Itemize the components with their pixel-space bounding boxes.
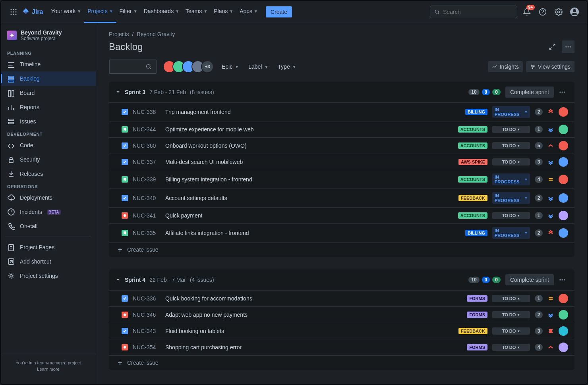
status-dropdown[interactable]: IN PROGRESS ▼ <box>492 227 530 239</box>
assignee-avatar[interactable] <box>559 141 568 150</box>
issue-row[interactable]: NUC-338 Trip management frontend BILLING… <box>109 102 574 121</box>
assignee-avatar[interactable] <box>559 343 568 352</box>
learn-more-link[interactable]: Learn more <box>7 367 89 372</box>
issue-row[interactable]: NUC-336 Quick booking for accommodations… <box>109 290 574 306</box>
sidebar-item-issues[interactable]: Issues <box>1 114 96 129</box>
issue-key[interactable]: NUC-344 <box>133 126 161 133</box>
nav-filter[interactable]: Filter ▼ <box>116 1 141 23</box>
issue-row[interactable]: NUC-354 Shopping cart purchasing error F… <box>109 339 574 355</box>
epic-badge[interactable]: ACCOUNTS <box>458 126 487 133</box>
status-dropdown[interactable]: TO DO ▼ <box>492 327 530 335</box>
issue-key[interactable]: NUC-340 <box>133 195 161 201</box>
assignee-avatar[interactable] <box>559 157 568 167</box>
status-dropdown[interactable]: IN PROGRESS ▼ <box>492 106 530 118</box>
view-settings-button[interactable]: View settings <box>526 61 574 72</box>
status-dropdown[interactable]: TO DO ▼ <box>492 295 530 302</box>
epic-badge[interactable]: FEEDBACK <box>458 328 487 334</box>
issue-row[interactable]: NUC-346 Adapt web app no new payments FO… <box>109 306 574 323</box>
sidebar-item-incidents[interactable]: IncidentsBETA <box>1 205 96 219</box>
assignee-avatar[interactable] <box>559 175 568 184</box>
status-dropdown[interactable]: TO DO ▼ <box>492 126 530 133</box>
issue-key[interactable]: NUC-338 <box>133 109 161 115</box>
sidebar-item-backlog[interactable]: Backlog <box>1 71 96 86</box>
complete-sprint-button[interactable]: Complete sprint <box>505 274 554 285</box>
sidebar-item-add-shortcut[interactable]: Add shortcut <box>1 254 96 269</box>
jira-logo[interactable]: Jira <box>21 8 43 16</box>
label-filter[interactable]: Label▼ <box>247 61 270 72</box>
issue-row[interactable]: NUC-341 Quick payment ACCOUNTS TO DO ▼ 1 <box>109 207 574 223</box>
settings-button[interactable] <box>552 6 565 18</box>
epic-badge[interactable]: BILLING <box>465 230 487 236</box>
fullscreen-button[interactable] <box>546 40 559 53</box>
complete-sprint-button[interactable]: Complete sprint <box>505 87 554 98</box>
sidebar-item-code[interactable]: Code <box>1 138 96 152</box>
issue-key[interactable]: NUC-339 <box>133 176 161 183</box>
nav-apps[interactable]: Apps ▼ <box>236 1 261 23</box>
epic-badge[interactable]: FEEDBACK <box>458 195 487 201</box>
issue-row[interactable]: NUC-339 Billing system integration - fro… <box>109 170 574 189</box>
issue-row[interactable]: NUC-344 Optimize experience for mobile w… <box>109 121 574 137</box>
profile-button[interactable] <box>568 6 581 18</box>
nav-plans[interactable]: Plans ▼ <box>211 1 236 23</box>
type-filter[interactable]: Type▼ <box>276 61 298 72</box>
status-dropdown[interactable]: TO DO ▼ <box>492 142 530 149</box>
sprint-more-button[interactable] <box>556 87 568 97</box>
assignee-avatar[interactable] <box>559 228 568 238</box>
sidebar-item-on-call[interactable]: On-call <box>1 219 96 233</box>
issue-row[interactable]: NUC-343 Fluid booking on tablets FEEDBAC… <box>109 323 574 339</box>
issue-key[interactable]: NUC-341 <box>133 212 161 219</box>
issue-key[interactable]: NUC-354 <box>133 344 161 350</box>
status-dropdown[interactable]: TO DO ▼ <box>492 344 530 351</box>
epic-badge[interactable]: ACCOUNTS <box>458 176 487 183</box>
status-dropdown[interactable]: TO DO ▼ <box>492 158 530 166</box>
backlog-search[interactable] <box>109 60 157 74</box>
create-issue-button[interactable]: Create issue <box>109 355 574 370</box>
nav-teams[interactable]: Teams ▼ <box>182 1 211 23</box>
epic-badge[interactable]: AWS SPIKE <box>458 159 487 165</box>
status-dropdown[interactable]: TO DO ▼ <box>492 212 530 219</box>
sidebar-item-deployments[interactable]: Deployments <box>1 191 96 205</box>
issue-row[interactable]: NUC-335 Affiliate links integration - fr… <box>109 223 574 242</box>
status-dropdown[interactable]: IN PROGRESS ▼ <box>492 192 530 204</box>
sidebar-item-releases[interactable]: Releases <box>1 167 96 181</box>
sidebar-item-security[interactable]: Security <box>1 152 96 167</box>
status-dropdown[interactable]: TO DO ▼ <box>492 311 530 318</box>
nav-projects[interactable]: Projects ▼ <box>84 1 116 23</box>
epic-badge[interactable]: ACCOUNTS <box>458 212 487 219</box>
sprint-more-button[interactable] <box>556 275 568 285</box>
issue-row[interactable]: NUC-340 Account settings defaults FEEDBA… <box>109 189 574 207</box>
create-button[interactable]: Create <box>266 6 292 17</box>
assignee-avatar[interactable] <box>559 310 568 320</box>
avatar-more[interactable]: +3 <box>201 60 214 73</box>
sidebar-item-reports[interactable]: Reports <box>1 100 96 114</box>
sidebar-item-timeline[interactable]: Timeline <box>1 57 96 71</box>
sidebar-item-project-pages[interactable]: Project Pages <box>1 240 96 254</box>
issue-key[interactable]: NUC-346 <box>133 312 161 318</box>
chevron-down-icon[interactable] <box>115 89 121 95</box>
issue-key[interactable]: NUC-335 <box>133 230 161 236</box>
breadcrumb-project[interactable]: Beyond Gravity <box>137 31 175 37</box>
epic-badge[interactable]: FORMS <box>467 344 487 350</box>
epic-badge[interactable]: BILLING <box>465 109 487 115</box>
issue-row[interactable]: NUC-337 Multi-dest search UI mobileweb A… <box>109 154 574 170</box>
assignee-avatar[interactable] <box>559 107 568 117</box>
epic-badge[interactable]: ACCOUNTS <box>458 142 487 149</box>
chevron-down-icon[interactable] <box>115 277 121 283</box>
resize-handle[interactable] <box>109 383 574 384</box>
status-dropdown[interactable]: IN PROGRESS ▼ <box>492 173 530 185</box>
sidebar-item-board[interactable]: Board <box>1 86 96 100</box>
epic-filter[interactable]: Epic▼ <box>220 61 240 72</box>
breadcrumb-projects[interactable]: Projects <box>109 31 129 37</box>
sidebar-item-project-settings[interactable]: Project settings <box>1 269 96 283</box>
issue-key[interactable]: NUC-343 <box>133 328 161 334</box>
nav-your-work[interactable]: Your work ▼ <box>48 1 84 23</box>
notifications-button[interactable]: 9+ <box>520 6 533 18</box>
insights-button[interactable]: Insights <box>488 61 523 72</box>
assignee-filter[interactable]: +3 <box>163 60 214 73</box>
epic-badge[interactable]: FORMS <box>467 295 487 302</box>
issue-key[interactable]: NUC-360 <box>133 142 161 149</box>
create-issue-button[interactable]: Create issue <box>109 242 574 257</box>
assignee-avatar[interactable] <box>559 193 568 203</box>
help-button[interactable] <box>536 6 549 18</box>
nav-dashboards[interactable]: Dashboards ▼ <box>141 1 182 23</box>
